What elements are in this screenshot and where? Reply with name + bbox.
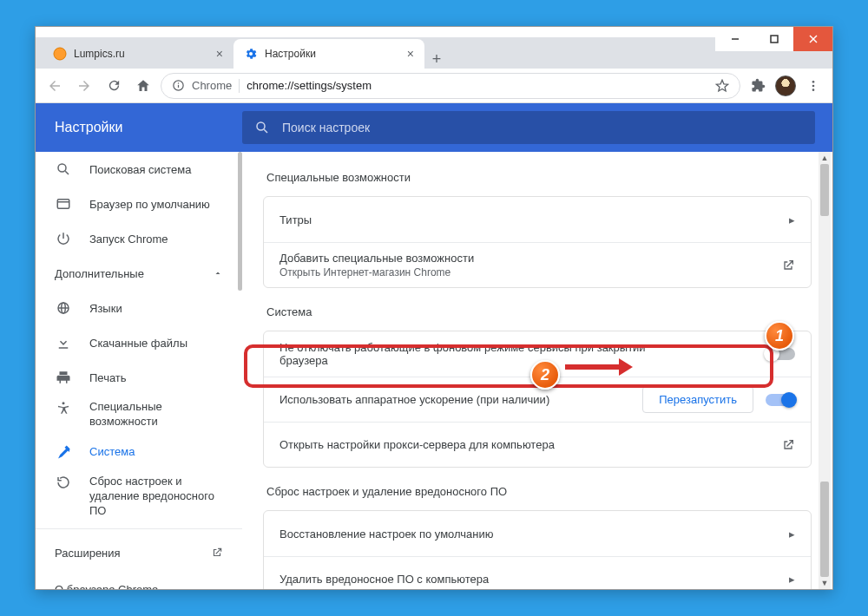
row-label: Титры [279,213,312,226]
lumpics-favicon-icon [53,47,67,61]
advanced-label: Дополнительные [55,267,144,280]
sidebar-item-label: Специальные возможности [89,400,211,429]
reset-card: Восстановление настроек по умолчанию ▸ У… [263,510,812,589]
settings-title: Настройки [36,120,242,135]
settings-header: Настройки [36,103,832,152]
annotation-badge-1: 1 [765,321,794,351]
reload-button[interactable] [102,74,126,98]
external-link-icon [781,438,795,452]
row-restore-defaults[interactable]: Восстановление настроек по умолчанию ▸ [264,511,811,556]
tab-label: Настройки [265,48,316,60]
chevron-right-icon: ▸ [789,573,795,586]
content-area: Поисковая система Браузер по умолчанию З… [36,152,832,589]
extensions-button[interactable] [746,74,770,98]
about-label: О браузере Chrome [55,583,158,589]
sidebar-item-reset[interactable]: Сброс настроек и удаление вредоносного П… [36,469,242,524]
close-window-button[interactable] [793,27,832,51]
row-cleanup[interactable]: Удалить вредоносное ПО с компьютера ▸ [264,556,811,589]
address-text: chrome://settings/system [247,79,372,92]
search-icon [55,161,72,177]
new-tab-button[interactable]: + [424,50,449,69]
menu-button[interactable] [801,74,825,98]
sidebar-item-default-browser[interactable]: Браузер по умолчанию [36,187,242,221]
row-label: Удалить вредоносное ПО с компьютера [279,573,489,586]
sidebar-item-system[interactable]: Система [36,435,242,469]
sidebar-item-extensions[interactable]: Расширения [36,534,242,571]
external-link-icon [781,259,795,272]
profile-avatar[interactable] [775,75,796,96]
separator [239,79,240,93]
toolbar: Chrome chrome://settings/system [36,69,832,103]
sidebar-item-label: Запуск Chrome [89,233,168,246]
tab-label: Lumpics.ru [74,48,125,60]
sidebar-item-search-engine[interactable]: Поисковая система [36,152,242,187]
back-button[interactable] [43,74,67,98]
sidebar-item-downloads[interactable]: Скачанные файлы [36,325,242,360]
home-button[interactable] [131,74,155,98]
row-captions[interactable]: Титры ▸ [264,197,811,242]
sidebar-item-label: Печать [89,371,127,384]
sidebar-advanced-toggle[interactable]: Дополнительные [36,256,242,291]
settings-search[interactable] [242,111,815,144]
browser-icon [55,196,72,212]
sidebar-item-on-startup[interactable]: Запуск Chrome [36,221,242,256]
accessibility-icon [55,400,72,416]
svg-line-15 [65,171,69,174]
row-label: Восстановление настроек по умолчанию [279,528,494,541]
sidebar-item-about[interactable]: О браузере Chrome [36,571,242,589]
scroll-up-icon[interactable]: ▲ [819,152,831,164]
svg-point-10 [812,84,815,87]
extensions-label: Расширения [55,547,121,560]
globe-icon [55,300,72,316]
divider [36,528,242,529]
tab-close-button[interactable]: × [216,47,223,61]
tab-strip: Lumpics.ru × Настройки × + [36,37,832,69]
bookmark-button[interactable] [715,79,729,93]
scroll-down-icon[interactable]: ▼ [819,577,831,589]
section-system-title: Система [266,305,812,318]
close-icon [809,35,818,43]
accessibility-card: Титры ▸ Добавить специальные возможности… [263,196,812,288]
browser-window: Lumpics.ru × Настройки × + Chrome chrome… [35,26,833,590]
svg-point-9 [812,81,815,83]
svg-line-13 [264,129,267,133]
row-label: Добавить специальные возможности [279,252,474,265]
scrollbar-thumb[interactable] [820,482,829,577]
annotation-badge-2: 2 [530,360,560,390]
minimize-icon [731,35,740,43]
sidebar-item-label: Языки [89,302,122,315]
svg-point-12 [257,122,265,130]
sidebar-item-accessibility[interactable]: Специальные возможности [36,395,242,435]
power-icon [55,231,72,246]
minimize-button[interactable] [715,27,754,51]
restart-button[interactable]: Перезапустить [642,386,753,413]
search-icon [254,120,270,135]
tab-settings[interactable]: Настройки × [233,39,424,69]
sidebar-item-printing[interactable]: Печать [36,360,242,395]
settings-favicon-icon [244,47,258,61]
row-sublabel: Открыть Интернет-магазин Chrome [279,266,474,279]
row-add-accessibility[interactable]: Добавить специальные возможности Открыть… [264,242,811,287]
sidebar-item-label: Сброс настроек и удаление вредоносного П… [89,475,220,519]
forward-button[interactable] [72,74,96,98]
chevron-right-icon: ▸ [789,213,795,226]
row-label: Использовать аппаратное ускорение (при н… [279,393,549,406]
settings-search-input[interactable] [282,121,803,134]
tab-lumpics[interactable]: Lumpics.ru × [43,39,233,69]
print-icon [55,370,72,385]
main-panel: Специальные возможности Титры ▸ Добавить… [242,152,832,589]
system-card: Не отключать работающие в фоновом режиме… [263,331,812,468]
svg-rect-1 [771,36,778,43]
svg-point-8 [178,82,180,84]
toggle-hardware-acceleration[interactable] [766,394,795,406]
tab-close-button[interactable]: × [407,47,414,61]
main-scrollbar[interactable]: ▲ ▼ [819,152,831,589]
row-proxy-settings[interactable]: Открыть настройки прокси-сервера для ком… [264,422,811,467]
sidebar-item-languages[interactable]: Языки [36,291,242,325]
scrollbar-thumb[interactable] [820,164,829,216]
address-bar[interactable]: Chrome chrome://settings/system [161,73,740,99]
row-label: Открыть настройки прокси-сервера для ком… [279,438,555,451]
maximize-button[interactable] [754,27,793,51]
reset-icon [55,475,72,490]
external-link-icon [211,547,223,559]
